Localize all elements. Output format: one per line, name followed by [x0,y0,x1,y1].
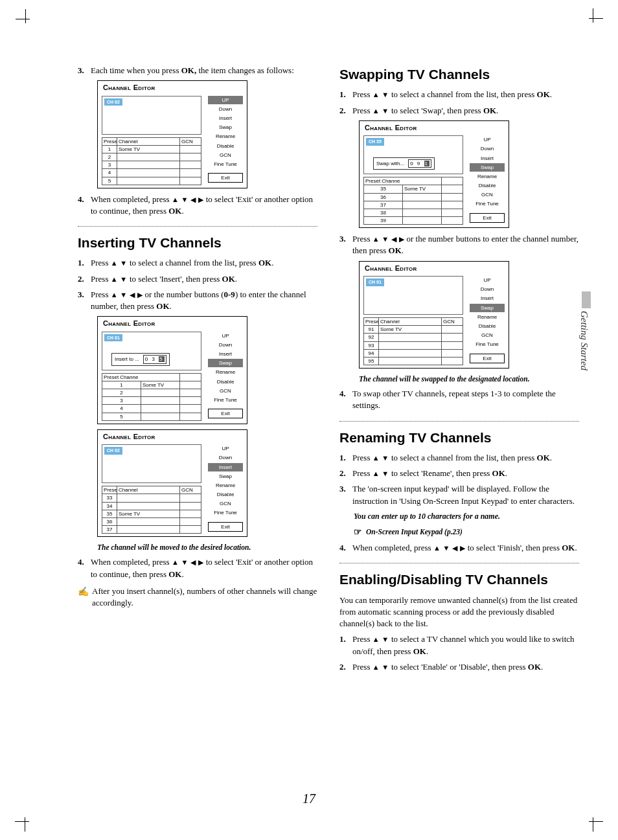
note-emphasis: You can enter up to 10 characters for a … [354,511,579,522]
section-heading: Inserting TV Channels [78,233,317,252]
channel-editor-panel: Channel Editor CH 02 PresetChannelGCN 1S… [97,80,247,188]
hand-icon: ☞ [354,526,362,539]
step-number: 3. [78,65,91,76]
channel-editor-panel: Channel Editor CH 35 Swap with... 0 9 1 … [359,120,509,229]
side-tab-block [582,291,591,308]
hand-icon: ✍ [78,585,92,598]
left-column: 3. Each time when you press OK, the item… [78,65,317,677]
arrows-icon: ▲ ▼ ◀ ▶ [172,196,204,203]
section-heading: Enabling/Disabling TV Channels [339,570,579,589]
swap-popup: Swap with... 0 9 1 [373,157,435,170]
step-text: Each time when you press OK, the item ch… [91,65,317,76]
channel-editor-panel: Channel Editor CH 91 PresetChannelGCN 91… [359,261,509,369]
exit-button: Exit [208,173,243,183]
menu-list: UP Down Insert Swap Rename Disable GCN F… [208,96,243,185]
page-number: 17 [0,789,618,808]
note: ✍ After you insert channel(s), numbers o… [78,585,317,609]
right-column: Swapping TV Channels 1. Press ▲ ▼ to sel… [339,65,579,677]
panel-title: Channel Editor [98,81,247,94]
step-item: 4. When completed, press ▲ ▼ ◀ ▶ to sele… [78,194,317,217]
table-row: 1Some TV [102,145,201,153]
channel-editor-panel: Channel Editor CH 02 PresetChannelGCN 33… [97,429,247,538]
channel-badge: CH 02 [104,98,122,106]
channel-table: PresetChannelGCN 1Some TV 2 3 4 5 [102,137,201,185]
table-row: 2 [102,153,201,161]
menu-item: UP [208,96,243,104]
step-item: 3. Each time when you press OK, the item… [78,65,317,76]
caption: The channel will be moved to the desired… [97,542,317,552]
section-tab: Getting Started [577,311,591,370]
section-heading: Swapping TV Channels [339,65,579,84]
intro-text: You can temporarily remove unwanted chan… [339,595,579,630]
channel-editor-panel: Channel Editor CH 01 Insert to ... 0 3 5… [97,316,247,424]
cross-reference: ☞ On-Screen Input Keypad (p.23) [354,526,579,539]
caption: The channel will be swapped to the desig… [359,374,579,384]
divider [78,226,317,227]
table-row: 5 [102,177,201,185]
preview-box: CH 02 [102,96,201,135]
section-heading: Renaming TV Channels [339,428,579,447]
insert-popup: Insert to ... 0 3 5 [111,353,170,365]
table-row: 4 [102,169,201,177]
table-row: 3 [102,161,201,169]
